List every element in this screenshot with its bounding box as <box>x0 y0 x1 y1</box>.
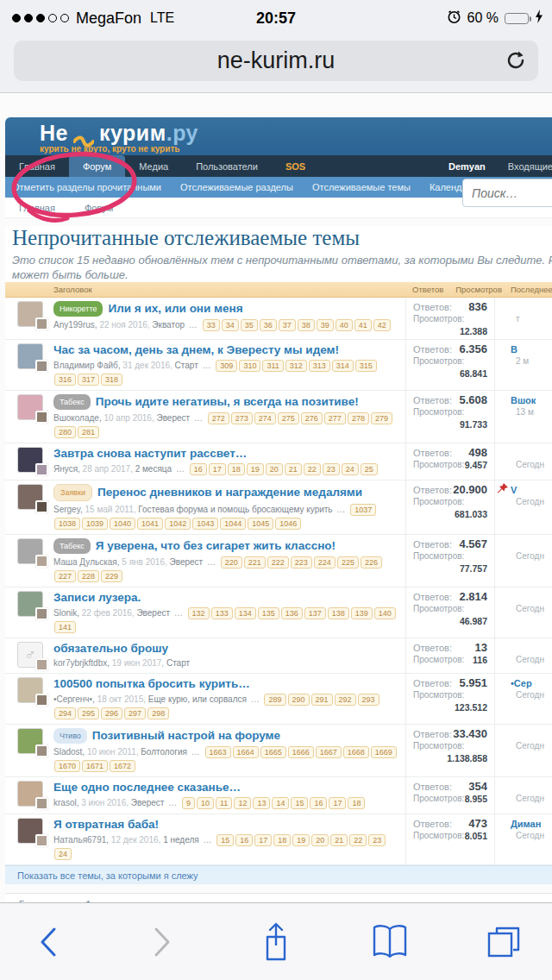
page-link[interactable]: 225 <box>337 556 359 569</box>
last-message-user[interactable] <box>495 643 552 654</box>
page-link[interactable]: 138 <box>328 607 349 619</box>
last-poster-avatar[interactable] <box>35 694 48 707</box>
thread-author[interactable]: Sladost, <box>53 747 85 757</box>
page-link[interactable]: 1668 <box>343 746 369 758</box>
page-link[interactable]: 139 <box>351 607 373 619</box>
page-link[interactable]: 1037 <box>350 504 376 516</box>
page-link[interactable]: 18 <box>273 834 291 846</box>
page-link[interactable]: 18 <box>348 797 365 809</box>
last-message-time[interactable]: 13 м <box>495 406 552 418</box>
avatar[interactable] <box>17 343 43 369</box>
page-link[interactable]: 21 <box>330 834 348 846</box>
nav-inbox-link[interactable]: Входящие <box>508 161 552 172</box>
thread-row[interactable]: Час за часом, день за днем, к Эвересту м… <box>5 340 552 391</box>
page-link[interactable]: 39 <box>317 319 334 331</box>
thread-row[interactable]: ТабексЯ уверена, что без сигарет жить кл… <box>5 535 552 587</box>
last-poster-avatar[interactable] <box>35 463 48 476</box>
last-poster-avatar[interactable] <box>35 797 48 810</box>
page-link[interactable]: 315 <box>355 360 377 372</box>
thread-section[interactable]: Эверест <box>170 557 204 567</box>
page-link[interactable]: 10 <box>197 797 214 809</box>
avatar[interactable] <box>17 447 43 473</box>
breadcrumb-item[interactable]: Форум <box>85 203 113 213</box>
thread-section[interactable]: Эверест <box>136 608 170 618</box>
thread-row[interactable]: ♂обязательно брошуkor7ybrjkftdbx, 19 июн… <box>5 638 552 674</box>
thread-section[interactable]: Еще курю, или сорвался <box>148 694 247 704</box>
last-message-time[interactable]: Сегодн <box>495 459 552 470</box>
page-link[interactable]: 9 <box>182 797 195 809</box>
page-link[interactable]: 1040 <box>110 518 135 530</box>
page-link[interactable]: 297 <box>124 707 146 719</box>
thread-title-link[interactable]: Еще одно последнее сказанье… <box>53 781 241 795</box>
avatar[interactable] <box>17 301 43 327</box>
last-message-user[interactable] <box>495 782 552 793</box>
page-link[interactable]: 42 <box>373 319 391 331</box>
page-link[interactable]: 1043 <box>192 518 218 530</box>
page-link[interactable]: 23 <box>368 834 386 846</box>
page-link[interactable]: 15 <box>216 834 234 846</box>
page-link[interactable]: 293 <box>358 694 380 706</box>
last-poster-avatar[interactable] <box>35 317 48 330</box>
page-link[interactable]: 19 <box>292 834 310 846</box>
page-link[interactable]: 312 <box>285 360 307 372</box>
nav-tab-медиа[interactable]: Медиа <box>125 155 182 177</box>
last-message-user[interactable] <box>495 592 552 603</box>
thread-row[interactable]: Еще одно последнее сказанье…krasol, 3 ию… <box>5 777 552 814</box>
page-link[interactable]: 135 <box>258 607 279 619</box>
last-message-user[interactable]: Диман <box>495 819 552 830</box>
page-link[interactable]: 223 <box>291 556 312 569</box>
share-icon[interactable] <box>257 923 295 961</box>
avatar[interactable] <box>17 781 43 807</box>
last-message-time[interactable]: Сегодн <box>495 603 552 614</box>
page-link[interactable]: 23 <box>323 463 340 475</box>
thread-title-link[interactable]: Я отвратная баба! <box>53 818 159 832</box>
page-link[interactable]: 229 <box>101 570 122 582</box>
page-link[interactable]: 278 <box>348 412 369 424</box>
thread-row[interactable]: Завтра снова наступит рассвет…Януся, 28 … <box>5 443 552 481</box>
thread-title-link[interactable]: 100500 попытка бросить курить… <box>53 677 250 691</box>
avatar[interactable]: ♂ <box>17 642 43 668</box>
page-link[interactable]: 12 <box>234 797 251 809</box>
last-poster-avatar[interactable] <box>35 555 48 568</box>
page-link[interactable]: 18 <box>228 463 245 475</box>
thread-author[interactable]: Any199rus, <box>53 320 97 330</box>
back-button[interactable] <box>29 923 67 961</box>
page-link[interactable]: 274 <box>254 412 276 424</box>
thread-title-link[interactable]: Я уверена, что без сигарет жить классно! <box>96 539 336 553</box>
page-link[interactable]: 16 <box>310 797 327 809</box>
last-poster-avatar[interactable] <box>35 658 48 671</box>
thread-author[interactable]: •Сергенч•, <box>53 694 95 704</box>
page-link[interactable]: 1671 <box>82 760 108 772</box>
page-link[interactable]: 40 <box>336 319 353 331</box>
page-link[interactable]: 272 <box>208 412 229 424</box>
thread-section[interactable]: 2 месяца <box>135 464 172 474</box>
page-link[interactable]: 17 <box>254 834 272 846</box>
last-poster-avatar[interactable] <box>35 607 48 620</box>
page-link[interactable]: 1666 <box>288 746 314 758</box>
reload-icon[interactable] <box>504 48 528 76</box>
page-link[interactable]: 1041 <box>137 518 163 530</box>
thread-author[interactable]: krasol, <box>53 798 78 807</box>
last-message-user[interactable] <box>495 729 552 740</box>
thread-row[interactable]: ЗаявкиПеренос дневников и награждение ме… <box>5 481 552 535</box>
page-link[interactable]: 222 <box>267 556 289 569</box>
thread-row[interactable]: ЧтивоПозитивный настрой на форумеSladost… <box>5 725 552 777</box>
thread-title-link[interactable]: обязательно брошу <box>53 642 168 656</box>
page-link[interactable]: 313 <box>309 360 330 372</box>
page-link[interactable]: 1670 <box>54 760 80 772</box>
subnav-item[interactable]: Отслеживаемые разделы <box>180 182 293 192</box>
last-message-time[interactable]: Сегодн <box>495 793 552 804</box>
thread-author[interactable]: Sergey, <box>53 505 83 514</box>
thread-author[interactable]: Владимир Файб, <box>53 361 121 370</box>
page-link[interactable]: 1669 <box>371 746 397 758</box>
page-link[interactable]: 228 <box>78 570 99 582</box>
forward-button[interactable] <box>143 923 181 961</box>
page-link[interactable]: 140 <box>374 607 396 619</box>
thread-title-link[interactable]: Прочь идите негативы, я всегда на позити… <box>96 395 359 409</box>
subnav-item[interactable]: Отметить разделы прочитанными <box>12 182 161 192</box>
breadcrumb-item[interactable]: Главная <box>19 899 55 902</box>
page-link[interactable]: 22 <box>349 834 367 846</box>
page-link[interactable]: 33 <box>203 319 220 331</box>
thread-title-link[interactable]: Позитивный настрой на форуме <box>92 729 280 743</box>
avatar[interactable] <box>17 484 43 510</box>
